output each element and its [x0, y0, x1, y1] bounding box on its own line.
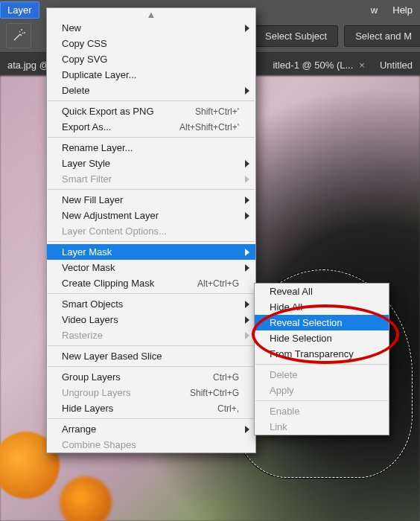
- chevron-right-icon: [245, 25, 249, 32]
- menu-item-vector-mask[interactable]: Vector Mask: [47, 260, 255, 275]
- submenu-item-apply: Apply: [255, 383, 389, 398]
- menu-item-delete[interactable]: Delete: [47, 83, 255, 98]
- menu-item-ungroup-layers: Ungroup LayersShift+Ctrl+G: [47, 385, 255, 400]
- tab-label: ata.jpg @: [7, 60, 49, 71]
- submenu-item-delete: Delete: [255, 367, 389, 383]
- tab-label: itled-1 @ 50% (L...: [273, 60, 353, 71]
- menu-item-copy-svg[interactable]: Copy SVG: [47, 51, 255, 67]
- submenu-item-hide-all[interactable]: Hide All: [255, 299, 389, 315]
- menu-item-hide-layers[interactable]: Hide LayersCtrl+,: [47, 400, 255, 416]
- menu-item-video-layers[interactable]: Video Layers: [47, 312, 255, 327]
- menu-window[interactable]: w: [363, 1, 385, 19]
- menu-item-smart-objects[interactable]: Smart Objects: [47, 296, 255, 312]
- menu-item-new[interactable]: New: [47, 20, 255, 36]
- submenu-item-hide-selection[interactable]: Hide Selection: [255, 330, 389, 346]
- chevron-right-icon: [245, 264, 249, 272]
- menu-item-group-layers[interactable]: Group LayersCtrl+G: [47, 369, 255, 385]
- menu-item-combine-shapes: Combine Shapes: [47, 437, 255, 453]
- chevron-right-icon: [245, 212, 249, 220]
- scroll-up-icon[interactable]: ▲: [47, 8, 255, 20]
- chevron-right-icon: [245, 87, 249, 95]
- magic-wand-icon[interactable]: [6, 23, 31, 48]
- menu-item-layer-mask[interactable]: Layer Mask: [47, 244, 255, 260]
- layer-menu: ▲ New Copy CSS Copy SVG Duplicate Layer.…: [46, 7, 256, 453]
- chevron-right-icon: [245, 196, 249, 204]
- chevron-right-icon: [245, 426, 249, 433]
- menu-item-rename-layer[interactable]: Rename Layer...: [47, 140, 255, 156]
- submenu-item-reveal-all[interactable]: Reveal All: [255, 284, 389, 299]
- submenu-item-enable: Enable: [255, 403, 389, 419]
- tab-3[interactable]: Untitled: [372, 55, 420, 75]
- menu-item-create-clipping-mask[interactable]: Create Clipping MaskAlt+Ctrl+G: [47, 275, 255, 291]
- menu-item-duplicate-layer[interactable]: Duplicate Layer...: [47, 67, 255, 83]
- menu-help[interactable]: Help: [385, 1, 420, 19]
- tab-2[interactable]: itled-1 @ 50% (L...×: [265, 55, 372, 75]
- submenu-item-from-transparency[interactable]: From Transparency: [255, 346, 389, 362]
- close-icon[interactable]: ×: [359, 60, 365, 71]
- menu-item-rasterize: Rasterize: [47, 327, 255, 343]
- submenu-item-reveal-selection[interactable]: Reveal Selection: [255, 315, 389, 330]
- menu-item-layer-content-options: Layer Content Options...: [47, 223, 255, 239]
- chevron-right-icon: [245, 249, 249, 256]
- chevron-right-icon: [245, 301, 249, 308]
- menu-item-arrange[interactable]: Arrange: [47, 421, 255, 437]
- submenu-item-link: Link: [255, 419, 389, 435]
- menu-item-smart-filter: Smart Filter: [47, 171, 255, 187]
- menu-layer[interactable]: Layer: [0, 1, 39, 19]
- menu-item-quick-export[interactable]: Quick Export as PNGShift+Ctrl+': [47, 103, 255, 119]
- menu-item-new-layer-based-slice[interactable]: New Layer Based Slice: [47, 348, 255, 364]
- menu-item-new-adjustment-layer[interactable]: New Adjustment Layer: [47, 208, 255, 223]
- chevron-right-icon: [245, 316, 249, 324]
- layer-mask-submenu: Reveal All Hide All Reveal Selection Hid…: [254, 283, 389, 435]
- menu-item-layer-style[interactable]: Layer Style: [47, 156, 255, 171]
- chevron-right-icon: [245, 332, 249, 339]
- select-and-mask-button[interactable]: Select and M: [344, 25, 420, 47]
- menu-item-export-as[interactable]: Export As...Alt+Shift+Ctrl+': [47, 119, 255, 135]
- chevron-right-icon: [245, 176, 249, 183]
- menu-item-copy-css[interactable]: Copy CSS: [47, 36, 255, 51]
- chevron-right-icon: [245, 160, 249, 167]
- select-subject-button[interactable]: Select Subject: [254, 25, 338, 47]
- menu-item-new-fill-layer[interactable]: New Fill Layer: [47, 192, 255, 208]
- tab-label: Untitled: [380, 60, 413, 71]
